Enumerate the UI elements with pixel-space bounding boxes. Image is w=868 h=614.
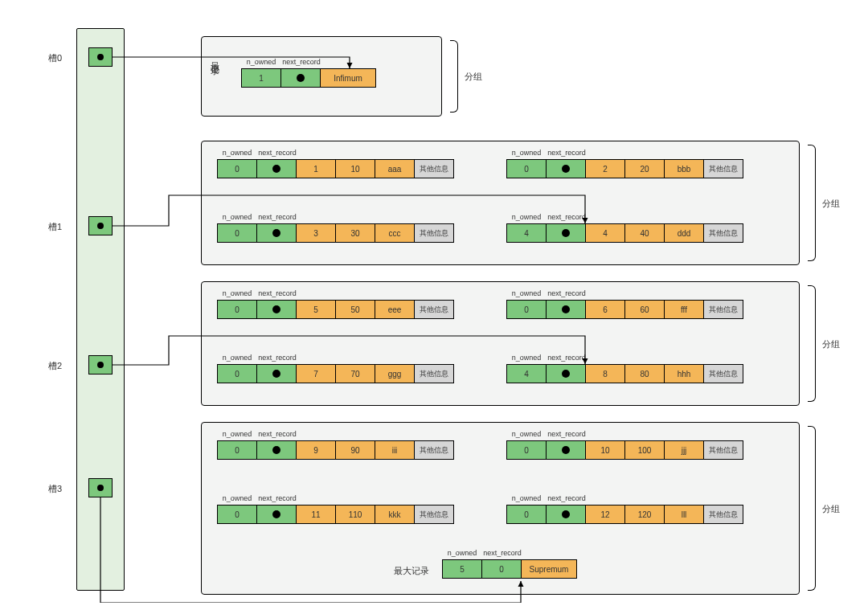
brace-1-label: 分组 xyxy=(822,198,840,210)
brace-0 xyxy=(450,40,458,113)
record-8: n_ownednext_record 4 8 80 hhh 其他信息 xyxy=(506,354,743,383)
slot2-label: 槽2 xyxy=(48,360,62,372)
slot2-box xyxy=(88,355,113,375)
record-3: n_ownednext_record 0 3 30 ccc 其他信息 xyxy=(217,213,454,243)
slot1-label: 槽1 xyxy=(48,221,62,233)
brace-2 xyxy=(808,285,816,402)
infimum-nowned: 1 xyxy=(241,68,281,88)
supremum-nowned: 5 xyxy=(442,559,482,579)
supremum-payload: Supremum xyxy=(521,559,577,579)
supremum-next: 0 xyxy=(481,559,522,579)
brace-3 xyxy=(808,426,816,591)
infimum-next-icon xyxy=(280,68,321,88)
record-7: n_ownednext_record 0 7 70 ggg 其他信息 xyxy=(217,354,454,383)
record-1: n_ownednext_record 0 1 10 aaa 其他信息 xyxy=(217,149,454,178)
slot1-box xyxy=(88,216,113,235)
max-record-label: 最大记录 xyxy=(394,565,429,577)
brace-1 xyxy=(808,145,816,261)
supremum-record: n_ownednext_record 5 0 Supremum xyxy=(442,549,577,579)
min-record-label: 最小记录 xyxy=(209,55,221,61)
infimum-record: n_ownednext_record 1 Infimum xyxy=(241,58,376,88)
slot0-box xyxy=(88,47,113,67)
slot3-box xyxy=(88,478,113,497)
record-10: n_ownednext_record 0 10 100 jjj 其他信息 xyxy=(506,430,743,460)
slot0-label: 槽0 xyxy=(48,52,62,64)
slot1-dot-icon xyxy=(97,223,104,229)
record-4: n_ownednext_record 4 4 40 ddd 其他信息 xyxy=(506,213,743,243)
brace-0-label: 分组 xyxy=(465,71,482,83)
slot0-dot-icon xyxy=(97,54,104,60)
slot3-label: 槽3 xyxy=(48,483,62,495)
record-11: n_ownednext_record 0 11 110 kkk 其他信息 xyxy=(217,494,454,524)
record-6: n_ownednext_record 0 6 60 fff 其他信息 xyxy=(506,289,743,319)
record-2: n_ownednext_record 0 2 20 bbb 其他信息 xyxy=(506,149,743,178)
page-directory xyxy=(76,28,125,591)
infimum-payload: Infimum xyxy=(320,68,376,88)
slot3-dot-icon xyxy=(97,485,104,491)
brace-2-label: 分组 xyxy=(822,338,840,350)
record-12: n_ownednext_record 0 12 120 lll 其他信息 xyxy=(506,494,743,524)
slot2-dot-icon xyxy=(97,362,104,368)
record-9: n_ownednext_record 0 9 90 iii 其他信息 xyxy=(217,430,454,460)
diagram-stage: 槽0 槽1 槽2 槽3 最小记录 n_ownednext_record 1 In… xyxy=(16,24,852,603)
brace-3-label: 分组 xyxy=(822,503,840,515)
record-5: n_ownednext_record 0 5 50 eee 其他信息 xyxy=(217,289,454,319)
